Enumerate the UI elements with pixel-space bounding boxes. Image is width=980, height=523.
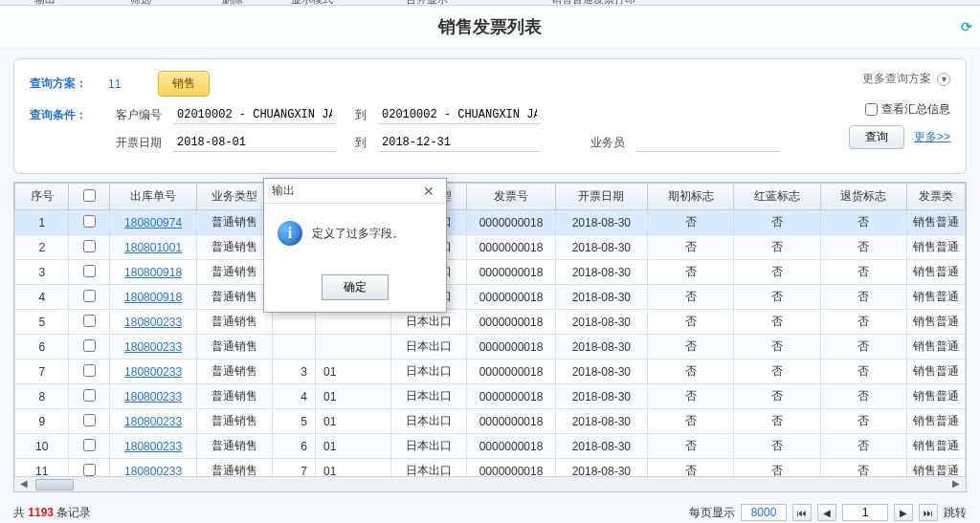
dialog-titlebar[interactable]: 输出 ✕: [264, 179, 446, 204]
table-row[interactable]: 8180800233普通销售401日本出口00000000182018-08-3…: [15, 384, 966, 409]
cell-ftype: 销售普通: [906, 260, 965, 285]
jump-label: 跳转: [944, 505, 967, 521]
row-checkbox[interactable]: [83, 215, 96, 228]
cell-outno[interactable]: 180801001: [110, 235, 196, 260]
table-row[interactable]: 9180800233普通销售501日本出口00000000182018-08-3…: [15, 409, 966, 434]
select-all-checkbox[interactable]: [83, 189, 96, 202]
table-row[interactable]: 10180800233普通销售601日本出口00000000182018-08-…: [15, 434, 966, 459]
table-row[interactable]: 1180800974普通销售日本出口00000000182018-08-30否否…: [15, 210, 966, 235]
cell-check[interactable]: [69, 360, 110, 384]
col-invno[interactable]: 发票号: [467, 184, 556, 210]
table-row[interactable]: 6180800233普通销售日本出口00000000182018-08-30否否…: [15, 335, 966, 360]
col-outno[interactable]: 出库单号: [110, 184, 196, 210]
more-conditions-link[interactable]: 更多>>: [914, 129, 950, 145]
plan-sales-button[interactable]: 销售: [158, 71, 210, 97]
prev-page-button[interactable]: ◀: [817, 504, 836, 521]
cell-outno[interactable]: 180800233: [110, 335, 196, 360]
cell-initflag: 否: [647, 384, 733, 409]
next-page-button[interactable]: ▶: [894, 504, 913, 521]
cell-outno[interactable]: 180800233: [110, 310, 196, 335]
row-checkbox[interactable]: [83, 240, 96, 252]
current-page-input[interactable]: [842, 504, 888, 521]
cell-dt: 2018-08-30: [555, 285, 647, 310]
col-ftype[interactable]: 发票类: [906, 184, 965, 210]
date-from-input[interactable]: [173, 134, 336, 152]
cell-check[interactable]: [69, 235, 110, 260]
col-check[interactable]: [69, 184, 110, 210]
horizontal-scrollbar[interactable]: ◀ ▶: [14, 476, 966, 491]
scroll-thumb[interactable]: [35, 479, 74, 490]
cell-check[interactable]: [69, 310, 110, 335]
cell-outno[interactable]: 180800233: [110, 434, 196, 459]
cell-check[interactable]: [69, 210, 110, 235]
cell-outno[interactable]: 180800233: [110, 459, 196, 479]
cell-seq: 11: [15, 459, 69, 479]
cell-check[interactable]: [69, 260, 110, 285]
row-checkbox[interactable]: [83, 364, 96, 377]
view-summary-checkbox[interactable]: [865, 103, 878, 116]
table-row[interactable]: 5180800233普通销售日本出口00000000182018-08-30否否…: [15, 310, 966, 335]
cell-check[interactable]: [69, 335, 110, 360]
refresh-icon[interactable]: ⟳: [961, 19, 972, 34]
table-row[interactable]: 7180800233普通销售301日本出口00000000182018-08-3…: [15, 360, 966, 384]
cell-check[interactable]: [69, 434, 110, 459]
pagesize-input[interactable]: [741, 504, 787, 521]
col-invdate[interactable]: 开票日期: [555, 184, 647, 210]
cell-inv: 0000000018: [467, 360, 556, 384]
count-prefix: 共: [13, 506, 28, 519]
cell-outno[interactable]: 180800974: [110, 210, 196, 235]
ok-button[interactable]: 确定: [322, 274, 389, 300]
col-initflag[interactable]: 期初标志: [647, 184, 733, 210]
cell-c1: 7: [272, 459, 315, 479]
row-checkbox[interactable]: [83, 464, 96, 476]
cell-outno[interactable]: 180800233: [110, 360, 196, 384]
more-query-plans[interactable]: 更多查询方案 ▾: [862, 71, 950, 87]
cell-ftype: 销售普通: [906, 235, 965, 260]
customer-from-input[interactable]: [173, 106, 336, 124]
scroll-right-icon[interactable]: ▶: [948, 478, 964, 491]
row-checkbox[interactable]: [83, 439, 96, 451]
cell-c1: [272, 310, 315, 335]
cell-check[interactable]: [69, 285, 110, 310]
first-page-button[interactable]: ⏮: [792, 504, 812, 521]
last-page-button[interactable]: ⏭: [919, 504, 938, 521]
row-checkbox[interactable]: [83, 339, 96, 352]
customer-to-input[interactable]: [378, 106, 541, 124]
col-retflag[interactable]: 退货标志: [820, 184, 906, 210]
cell-c2: [316, 310, 391, 335]
close-icon[interactable]: ✕: [419, 184, 438, 199]
cell-initflag: 否: [647, 360, 733, 384]
table-row[interactable]: 11180800233普通销售701日本出口00000000182018-08-…: [15, 459, 966, 479]
table-row[interactable]: 3180800918普通销售日本出口00000000182018-08-30否否…: [15, 260, 966, 285]
row-checkbox[interactable]: [83, 389, 96, 402]
table-row[interactable]: 4180800918普通销售日本出口00000000182018-08-30否否…: [15, 285, 966, 310]
query-button[interactable]: 查询: [849, 125, 904, 149]
cell-rbflag: 否: [734, 260, 820, 285]
cell-c2: 01: [316, 409, 391, 434]
cell-outno[interactable]: 180800918: [110, 285, 196, 310]
col-rbflag[interactable]: 红蓝标志: [734, 184, 820, 210]
cell-retflag: 否: [820, 384, 906, 409]
salesperson-input[interactable]: [636, 134, 780, 152]
view-summary-checkbox-row[interactable]: 查看汇总信息: [865, 101, 950, 118]
cell-check[interactable]: [69, 384, 110, 409]
cell-biz: 普通销售: [196, 285, 272, 310]
table-row[interactable]: 2180801001普通销售日本出口00000000182018-08-30否否…: [15, 235, 966, 260]
row-checkbox[interactable]: [83, 315, 96, 327]
cell-ftype: 销售普通: [906, 434, 965, 459]
cell-outno[interactable]: 180800918: [110, 260, 196, 285]
scroll-left-icon[interactable]: ◀: [16, 478, 32, 491]
row-checkbox[interactable]: [83, 265, 96, 277]
cell-check[interactable]: [69, 409, 110, 434]
row-checkbox[interactable]: [83, 290, 96, 302]
cell-retflag: 否: [820, 285, 906, 310]
col-seq[interactable]: 序号: [15, 184, 69, 210]
row-checkbox[interactable]: [83, 414, 96, 426]
col-biztype[interactable]: 业务类型: [196, 184, 272, 210]
date-to-input[interactable]: [378, 134, 541, 152]
cell-outno[interactable]: 180800233: [110, 384, 196, 409]
cell-check[interactable]: [69, 459, 110, 479]
cell-initflag: 否: [647, 409, 733, 434]
cell-outno[interactable]: 180800233: [110, 409, 196, 434]
to-label-1: 到: [347, 107, 367, 123]
